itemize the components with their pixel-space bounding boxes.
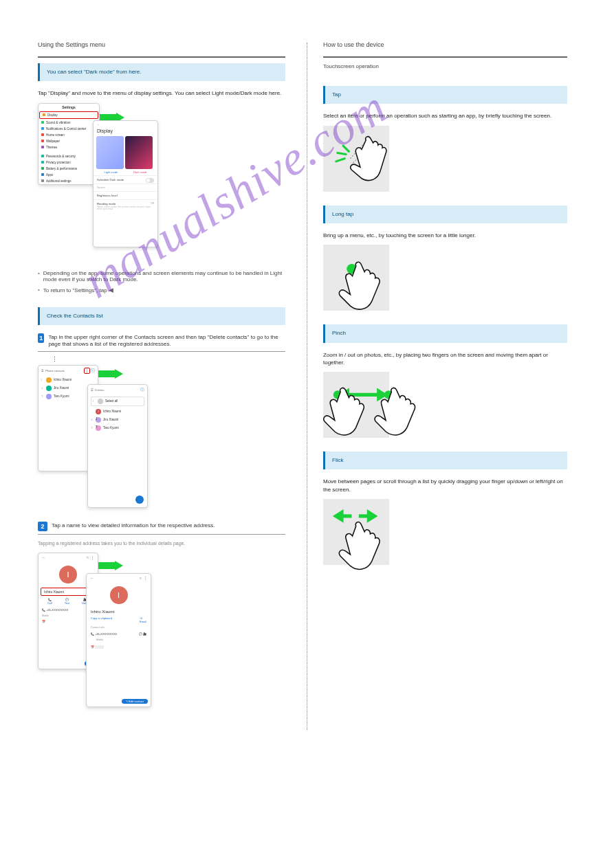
- gesture-longtap-illustration: [323, 245, 389, 311]
- body-flick: Move between pages or scroll through a l…: [323, 478, 567, 493]
- settings-item-label: Battery & performance: [46, 167, 77, 170]
- contact-avatar: I: [59, 566, 77, 583]
- hint-darkmode: You can select "Dark mode" from here.: [38, 63, 285, 81]
- fab-add-icon[interactable]: [135, 496, 144, 504]
- dark-mode-label[interactable]: Dark mode: [133, 170, 147, 174]
- text-action[interactable]: 💬Text: [65, 598, 69, 605]
- step-1-text: Tap in the upper right corner of the Con…: [48, 333, 285, 348]
- intro-darkmode: Tap "Display" and move to the menu of di…: [38, 89, 285, 97]
- settings-row-display[interactable]: Display: [39, 111, 98, 119]
- arrow-icon: [98, 369, 123, 379]
- body-longtap: Bring up a menu, etc., by touching the s…: [323, 232, 567, 239]
- display-title: Display: [94, 129, 157, 135]
- touchscreen-subtitle: Touchscreen operation: [323, 63, 567, 69]
- settings-item-label: Sound & vibration: [46, 121, 71, 124]
- svg-marker-10: [336, 512, 342, 519]
- body-pinch: Zoom in / out on photos, etc., by placin…: [323, 351, 567, 366]
- gesture-flick-illustration: [323, 499, 389, 565]
- svg-line-2: [343, 146, 349, 151]
- step-number-2: 2: [38, 522, 47, 531]
- back-triangle-icon: ◀: [109, 287, 113, 293]
- svg-line-0: [336, 158, 344, 161]
- settings-item-label: Themes: [46, 146, 57, 149]
- reading-mode-row[interactable]: Reading mode: [97, 202, 116, 205]
- step-2-sub: Tapping a registered address takes you t…: [38, 540, 285, 547]
- contact-name-large: Ichiro Xiaomi: [87, 608, 151, 615]
- settings-item-label: Apps: [46, 173, 53, 177]
- step-1: 1 Tap in the upper right corner of the C…: [38, 333, 285, 352]
- light-mode-label[interactable]: Light mode: [104, 170, 118, 174]
- settings-item-label: Wallpaper: [46, 140, 60, 143]
- settings-item-label: Notifications & Control center: [46, 127, 86, 131]
- copy-clipboard-button[interactable]: Copy to clipboard: [91, 616, 112, 623]
- call-action[interactable]: 📞Call: [47, 598, 52, 605]
- settings-item-label: Display: [47, 113, 58, 117]
- kebab-icon: ⋮: [52, 359, 58, 361]
- svg-line-1: [338, 153, 346, 154]
- contact-avatar: I: [110, 586, 128, 604]
- settings-item-label: Passwords & security: [46, 155, 76, 158]
- edit-contact-button[interactable]: ✎ Edit contact: [122, 699, 148, 704]
- svg-marker-12: [369, 512, 374, 519]
- settings-item-label: Home screen: [46, 133, 65, 137]
- svg-marker-8: [379, 391, 384, 398]
- brightness-row[interactable]: Brightness level: [94, 191, 157, 199]
- settings-item-label: Privacy protection: [46, 161, 71, 164]
- settings-item-label: Additional settings: [46, 179, 72, 183]
- hint-contacts: Check the Contacts list: [38, 307, 285, 325]
- section-header-left: Using the Settings menu: [38, 41, 285, 48]
- step-number-1: 1: [38, 333, 44, 343]
- email-action[interactable]: Email: [140, 620, 146, 623]
- hint-tap: Tap: [323, 86, 567, 104]
- gesture-tap-illustration: [323, 126, 389, 192]
- note-darkmode-apps: Depending on the app, some operations an…: [38, 270, 285, 282]
- schedule-dark-row[interactable]: Schedule Dark mode: [97, 178, 124, 181]
- gesture-pinch-illustration: [323, 372, 389, 438]
- note-back: To return to "Settings", tap ◀: [38, 287, 285, 293]
- section-header-right: How to use the device: [323, 41, 567, 48]
- body-tap: Select an item or perform an operation s…: [323, 112, 567, 120]
- settings-title: Settings: [39, 104, 99, 111]
- step-2: 2 Tap a name to view detailed informatio…: [38, 522, 285, 535]
- arrow-icon: [98, 561, 123, 570]
- step-2-text: Tap a name to view detailed information …: [52, 522, 215, 529]
